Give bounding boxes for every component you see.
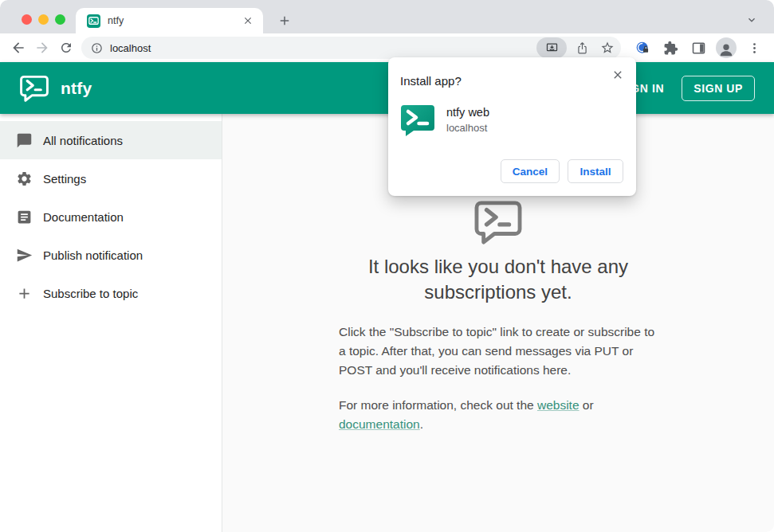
tab-close-icon[interactable] bbox=[241, 14, 255, 28]
extensions-cluster bbox=[624, 37, 768, 58]
sidebar-item-label: Documentation bbox=[43, 210, 124, 224]
browser-tab-ntfy[interactable]: ntfy bbox=[76, 8, 263, 33]
sidebar-item-settings[interactable]: Settings bbox=[0, 159, 222, 198]
sidebar-item-subscribe-to-topic[interactable]: Subscribe to topic bbox=[0, 274, 222, 312]
dialog-app-row: ntfy web localhost bbox=[400, 104, 489, 136]
empty-state-body: Click the "Subscribe to topic" link to c… bbox=[339, 323, 658, 380]
empty-state-more: For more information, check out the webs… bbox=[339, 396, 658, 434]
sidebar-item-documentation[interactable]: Documentation bbox=[0, 198, 222, 236]
empty-state: It looks like you don't have any subscri… bbox=[339, 200, 658, 434]
sidebar-item-all-notifications[interactable]: All notifications bbox=[0, 121, 222, 159]
dialog-app-meta: ntfy web localhost bbox=[446, 104, 489, 134]
plus-icon bbox=[15, 284, 33, 302]
password-extension-icon[interactable] bbox=[632, 37, 653, 58]
dialog-title: Install app? bbox=[400, 74, 462, 88]
forward-button[interactable] bbox=[30, 36, 54, 60]
browser-window: ntfy localhost bbox=[0, 0, 774, 532]
profile-avatar[interactable] bbox=[716, 37, 737, 58]
article-icon bbox=[15, 208, 33, 225]
side-panel-icon[interactable] bbox=[688, 37, 709, 58]
send-icon bbox=[15, 246, 33, 264]
window-controls bbox=[22, 14, 65, 25]
sidebar-item-publish-notification[interactable]: Publish notification bbox=[0, 236, 222, 274]
sidebar-item-label: Subscribe to topic bbox=[43, 287, 138, 300]
dialog-app-name: ntfy web bbox=[446, 106, 489, 119]
browser-toolbar: localhost bbox=[0, 33, 774, 62]
install-app-dialog: Install app? ntfy we bbox=[388, 57, 636, 196]
ntfy-brand: ntfy bbox=[19, 75, 92, 102]
website-link[interactable]: website bbox=[537, 398, 580, 412]
sidebar: All notifications Settings Documentation… bbox=[0, 114, 222, 532]
dialog-close-icon[interactable] bbox=[610, 67, 626, 83]
chat-icon bbox=[15, 131, 33, 149]
documentation-link[interactable]: documentation bbox=[339, 417, 420, 431]
close-window-button[interactable] bbox=[22, 14, 32, 25]
ntfy-app-bar: ntfy SIGN IN SIGN UP bbox=[0, 62, 774, 114]
ntfy-logo-icon bbox=[19, 75, 49, 102]
sidebar-item-label: Settings bbox=[43, 172, 86, 186]
tab-title: ntfy bbox=[108, 15, 234, 26]
back-button[interactable] bbox=[6, 36, 30, 60]
refresh-button[interactable] bbox=[54, 36, 78, 60]
ntfy-app-icon bbox=[400, 104, 435, 136]
dialog-buttons: Cancel Install bbox=[501, 159, 623, 183]
browser-menu-kebab-icon[interactable] bbox=[744, 37, 764, 58]
empty-state-heading: It looks like you don't have any subscri… bbox=[339, 254, 658, 305]
ntfy-terminal-icon bbox=[339, 200, 658, 244]
dialog-app-origin: localhost bbox=[446, 122, 489, 134]
more-info-text: For more information, check out the bbox=[339, 398, 537, 412]
bookmark-star-icon[interactable] bbox=[597, 37, 618, 58]
app-title: ntfy bbox=[61, 79, 92, 98]
sidebar-item-label: Publish notification bbox=[43, 248, 143, 262]
more-info-text: . bbox=[420, 417, 423, 431]
app-body: All notifications Settings Documentation… bbox=[0, 114, 774, 532]
tab-search-chevron-down-icon[interactable] bbox=[742, 10, 761, 29]
omnibox-actions bbox=[536, 37, 618, 58]
install-button[interactable]: Install bbox=[568, 159, 623, 183]
share-icon[interactable] bbox=[572, 37, 592, 58]
minimize-window-button[interactable] bbox=[38, 14, 49, 25]
cancel-button[interactable]: Cancel bbox=[501, 159, 560, 183]
more-info-text: or bbox=[580, 398, 594, 412]
tab-strip: ntfy bbox=[0, 0, 774, 33]
install-app-icon[interactable] bbox=[536, 37, 567, 58]
gear-icon bbox=[15, 170, 33, 187]
extensions-puzzle-icon[interactable] bbox=[660, 37, 681, 58]
url-text[interactable]: localhost bbox=[110, 42, 529, 54]
site-info-icon[interactable] bbox=[91, 42, 103, 54]
zoom-window-button[interactable] bbox=[55, 14, 65, 25]
tab-favicon-ntfy-icon bbox=[87, 14, 100, 28]
new-tab-button[interactable] bbox=[274, 10, 295, 31]
sidebar-item-label: All notifications bbox=[43, 134, 123, 147]
sign-up-button[interactable]: SIGN UP bbox=[682, 76, 755, 101]
address-bar[interactable]: localhost bbox=[81, 37, 621, 59]
